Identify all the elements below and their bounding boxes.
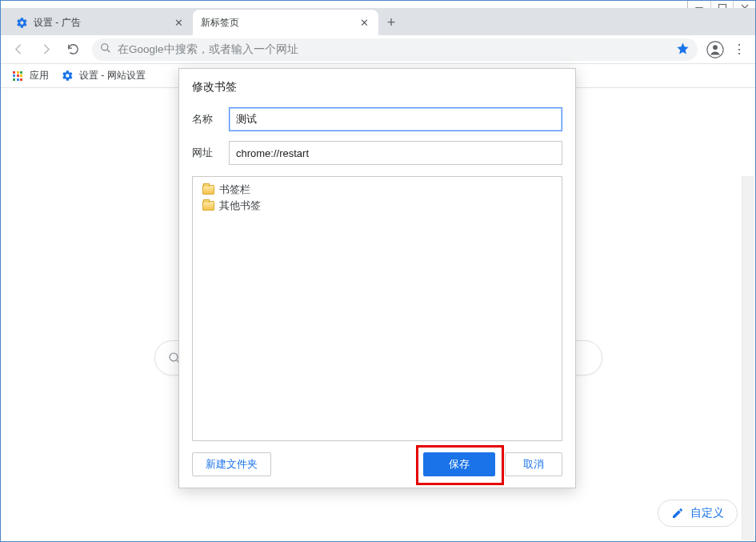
edit-bookmark-dialog: 修改书签 名称 网址 书签栏 其他书签 新建文件夹 保存 取消: [178, 68, 576, 488]
tab-close-icon[interactable]: ✕: [172, 16, 185, 29]
tab-new-tab[interactable]: 新标签页 ✕: [193, 10, 378, 35]
apps-shortcut[interactable]: 应用: [6, 66, 54, 86]
profile-avatar-button[interactable]: [704, 38, 726, 61]
tab-title: 新标签页: [201, 16, 352, 30]
address-bar[interactable]: 在Google中搜索，或者输入一个网址: [92, 38, 698, 61]
browser-toolbar: 在Google中搜索，或者输入一个网址 ⋮: [1, 35, 755, 64]
tab-title: 设置 - 广告: [34, 16, 166, 30]
search-icon: [100, 42, 111, 56]
folder-bookmarks-bar[interactable]: 书签栏: [199, 182, 555, 198]
svg-point-5: [170, 353, 178, 361]
folder-icon: [202, 201, 214, 211]
kebab-menu-button[interactable]: ⋮: [728, 38, 750, 62]
new-folder-button[interactable]: 新建文件夹: [192, 452, 271, 476]
svg-point-2: [102, 44, 108, 50]
folder-tree[interactable]: 书签栏 其他书签: [192, 176, 562, 441]
customize-label: 自定义: [690, 506, 724, 520]
pencil-icon: [671, 507, 684, 520]
bookmark-name-input[interactable]: [229, 107, 562, 131]
folder-other-bookmarks[interactable]: 其他书签: [199, 198, 555, 214]
bookmark-star-icon[interactable]: [676, 42, 690, 58]
folder-label: 其他书签: [219, 199, 261, 213]
reload-button[interactable]: [60, 38, 86, 62]
forward-button[interactable]: [33, 38, 58, 62]
url-row: 网址: [192, 141, 562, 165]
url-label: 网址: [192, 146, 218, 160]
back-button[interactable]: [6, 38, 31, 62]
apps-grid-icon: [10, 69, 25, 83]
cancel-button[interactable]: 取消: [505, 452, 562, 476]
vertical-scrollbar[interactable]: [742, 176, 754, 540]
new-tab-button[interactable]: +: [380, 11, 402, 34]
bookmark-url-input[interactable]: [229, 141, 562, 165]
bookmark-label: 设置 - 网站设置: [79, 69, 146, 82]
apps-label: 应用: [30, 69, 49, 82]
tab-strip: 设置 - 广告 ✕ 新标签页 ✕ +: [1, 8, 755, 35]
title-bar: [1, 1, 755, 8]
customize-button[interactable]: 自定义: [658, 500, 738, 527]
bookmark-item-site-settings[interactable]: 设置 - 网站设置: [57, 66, 150, 86]
folder-icon: [202, 185, 214, 195]
gear-icon: [62, 70, 74, 82]
tab-close-icon[interactable]: ✕: [358, 16, 370, 29]
name-row: 名称: [192, 107, 562, 131]
tab-settings-ads[interactable]: 设置 - 广告 ✕: [7, 10, 193, 35]
dialog-actions: 新建文件夹 保存 取消: [192, 452, 562, 476]
omnibox-placeholder: 在Google中搜索，或者输入一个网址: [118, 42, 670, 57]
gear-icon: [15, 16, 28, 29]
folder-label: 书签栏: [219, 183, 250, 197]
svg-point-4: [713, 45, 718, 50]
save-button[interactable]: 保存: [423, 452, 495, 476]
dialog-title: 修改书签: [192, 80, 562, 94]
name-label: 名称: [192, 112, 218, 126]
